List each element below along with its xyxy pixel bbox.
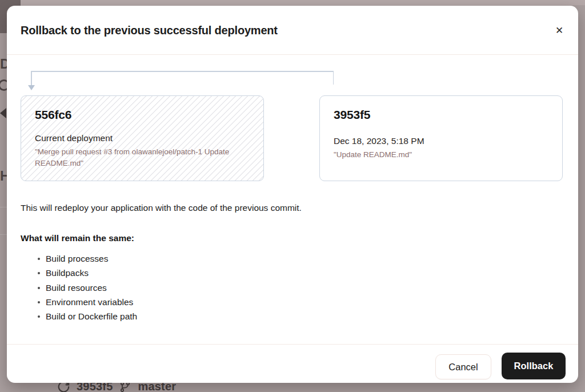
- dialog-title: Rollback to the previous successful depl…: [21, 23, 278, 38]
- current-commit-hash: 556fc6: [35, 108, 250, 122]
- remain-same-list: Build processes Buildpacks Build resourc…: [21, 251, 137, 323]
- previous-commit-message: "Update README.md": [334, 149, 548, 161]
- list-item: Environment variables: [21, 295, 137, 309]
- list-item: Build processes: [21, 251, 137, 266]
- close-icon[interactable]: ✕: [550, 21, 569, 40]
- backdrop-top-strip: [0, 0, 585, 5]
- connector-arrowhead-icon: [28, 85, 35, 90]
- screen: D H 3953f5 master Rollback to the previo…: [0, 0, 585, 392]
- backdrop-divider: [0, 234, 7, 235]
- previous-deployment-timestamp: Dec 18, 2023, 5:18 PM: [334, 136, 548, 146]
- backdrop-divider: [0, 207, 7, 207]
- header-divider: [7, 54, 578, 55]
- footer-divider: [7, 344, 578, 345]
- redeploy-description: This will redeploy your application with…: [21, 203, 302, 213]
- cancel-button[interactable]: Cancel: [435, 354, 491, 379]
- list-item: Build or Dockerfile path: [21, 309, 137, 323]
- current-deployment-card: 556fc6 Current deployment "Merge pull re…: [21, 95, 264, 181]
- rollback-button[interactable]: Rollback: [502, 353, 566, 379]
- connector-line-right: [333, 71, 334, 85]
- previous-deployment-card: 3953f5 Dec 18, 2023, 5:18 PM "Update REA…: [319, 95, 563, 181]
- rollback-dialog: Rollback to the previous successful depl…: [7, 6, 578, 383]
- list-item: Buildpacks: [21, 266, 137, 280]
- remain-same-heading: What will remain the same:: [21, 233, 134, 243]
- current-commit-message: "Merge pull request #3 from olawanlejoel…: [35, 146, 250, 169]
- connector-line-left: [31, 71, 32, 86]
- list-item: Build resources: [21, 281, 137, 295]
- connector-line-horizontal: [31, 71, 334, 72]
- previous-commit-hash: 3953f5: [334, 108, 548, 122]
- current-deployment-label: Current deployment: [35, 133, 250, 143]
- backdrop-arrow-icon: [0, 108, 6, 118]
